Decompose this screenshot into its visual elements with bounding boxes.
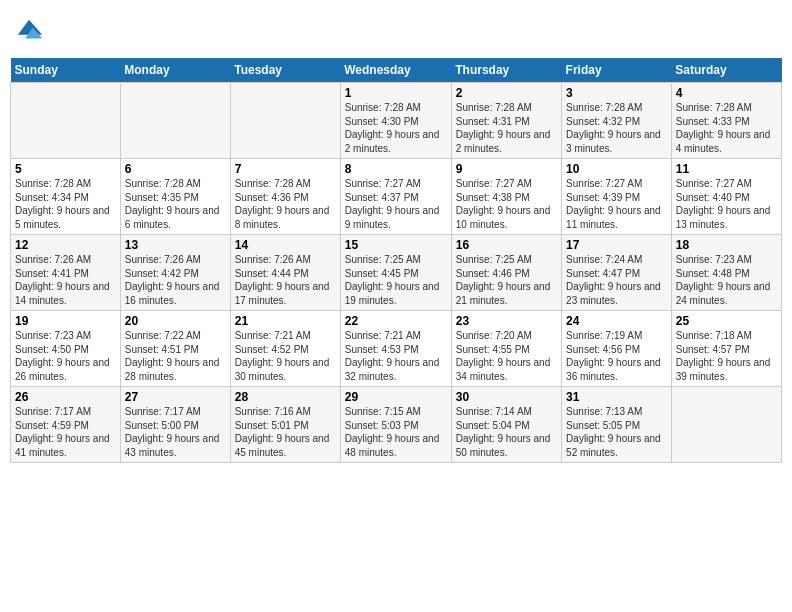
calendar-cell: 26Sunrise: 7:17 AM Sunset: 4:59 PM Dayli… (11, 387, 121, 463)
calendar-cell (671, 387, 781, 463)
day-info: Sunrise: 7:23 AM Sunset: 4:48 PM Dayligh… (676, 253, 777, 307)
header-tuesday: Tuesday (230, 58, 340, 83)
day-info: Sunrise: 7:13 AM Sunset: 5:05 PM Dayligh… (566, 405, 667, 459)
calendar-cell: 9Sunrise: 7:27 AM Sunset: 4:38 PM Daylig… (451, 159, 561, 235)
calendar-cell: 3Sunrise: 7:28 AM Sunset: 4:32 PM Daylig… (562, 83, 672, 159)
calendar-cell: 27Sunrise: 7:17 AM Sunset: 5:00 PM Dayli… (120, 387, 230, 463)
calendar-table: SundayMondayTuesdayWednesdayThursdayFrid… (10, 58, 782, 463)
calendar-cell (230, 83, 340, 159)
day-number: 10 (566, 162, 667, 176)
day-info: Sunrise: 7:17 AM Sunset: 4:59 PM Dayligh… (15, 405, 116, 459)
calendar-cell: 8Sunrise: 7:27 AM Sunset: 4:37 PM Daylig… (340, 159, 451, 235)
calendar-cell: 22Sunrise: 7:21 AM Sunset: 4:53 PM Dayli… (340, 311, 451, 387)
day-number: 1 (345, 86, 447, 100)
day-info: Sunrise: 7:18 AM Sunset: 4:57 PM Dayligh… (676, 329, 777, 383)
calendar-week-row: 1Sunrise: 7:28 AM Sunset: 4:30 PM Daylig… (11, 83, 782, 159)
calendar-cell: 18Sunrise: 7:23 AM Sunset: 4:48 PM Dayli… (671, 235, 781, 311)
calendar-cell: 15Sunrise: 7:25 AM Sunset: 4:45 PM Dayli… (340, 235, 451, 311)
day-info: Sunrise: 7:26 AM Sunset: 4:41 PM Dayligh… (15, 253, 116, 307)
day-info: Sunrise: 7:28 AM Sunset: 4:34 PM Dayligh… (15, 177, 116, 231)
day-number: 3 (566, 86, 667, 100)
day-info: Sunrise: 7:20 AM Sunset: 4:55 PM Dayligh… (456, 329, 557, 383)
day-number: 8 (345, 162, 447, 176)
day-info: Sunrise: 7:26 AM Sunset: 4:42 PM Dayligh… (125, 253, 226, 307)
calendar-header-row: SundayMondayTuesdayWednesdayThursdayFrid… (11, 58, 782, 83)
day-number: 19 (15, 314, 116, 328)
calendar-cell: 6Sunrise: 7:28 AM Sunset: 4:35 PM Daylig… (120, 159, 230, 235)
day-info: Sunrise: 7:28 AM Sunset: 4:32 PM Dayligh… (566, 101, 667, 155)
logo (14, 16, 44, 44)
day-info: Sunrise: 7:15 AM Sunset: 5:03 PM Dayligh… (345, 405, 447, 459)
day-number: 25 (676, 314, 777, 328)
day-number: 16 (456, 238, 557, 252)
calendar-cell: 29Sunrise: 7:15 AM Sunset: 5:03 PM Dayli… (340, 387, 451, 463)
calendar-cell: 12Sunrise: 7:26 AM Sunset: 4:41 PM Dayli… (11, 235, 121, 311)
day-number: 26 (15, 390, 116, 404)
day-number: 27 (125, 390, 226, 404)
day-number: 22 (345, 314, 447, 328)
day-number: 9 (456, 162, 557, 176)
calendar-cell: 31Sunrise: 7:13 AM Sunset: 5:05 PM Dayli… (562, 387, 672, 463)
day-info: Sunrise: 7:28 AM Sunset: 4:35 PM Dayligh… (125, 177, 226, 231)
header-sunday: Sunday (11, 58, 121, 83)
calendar-cell: 20Sunrise: 7:22 AM Sunset: 4:51 PM Dayli… (120, 311, 230, 387)
day-number: 6 (125, 162, 226, 176)
day-info: Sunrise: 7:25 AM Sunset: 4:46 PM Dayligh… (456, 253, 557, 307)
day-info: Sunrise: 7:26 AM Sunset: 4:44 PM Dayligh… (235, 253, 336, 307)
day-info: Sunrise: 7:27 AM Sunset: 4:37 PM Dayligh… (345, 177, 447, 231)
day-number: 21 (235, 314, 336, 328)
day-number: 14 (235, 238, 336, 252)
day-number: 24 (566, 314, 667, 328)
day-number: 15 (345, 238, 447, 252)
calendar-cell: 17Sunrise: 7:24 AM Sunset: 4:47 PM Dayli… (562, 235, 672, 311)
calendar-cell: 10Sunrise: 7:27 AM Sunset: 4:39 PM Dayli… (562, 159, 672, 235)
day-info: Sunrise: 7:28 AM Sunset: 4:36 PM Dayligh… (235, 177, 336, 231)
day-info: Sunrise: 7:19 AM Sunset: 4:56 PM Dayligh… (566, 329, 667, 383)
day-number: 7 (235, 162, 336, 176)
day-number: 18 (676, 238, 777, 252)
day-info: Sunrise: 7:21 AM Sunset: 4:52 PM Dayligh… (235, 329, 336, 383)
day-info: Sunrise: 7:14 AM Sunset: 5:04 PM Dayligh… (456, 405, 557, 459)
header-wednesday: Wednesday (340, 58, 451, 83)
header-thursday: Thursday (451, 58, 561, 83)
calendar-cell: 23Sunrise: 7:20 AM Sunset: 4:55 PM Dayli… (451, 311, 561, 387)
calendar-cell: 30Sunrise: 7:14 AM Sunset: 5:04 PM Dayli… (451, 387, 561, 463)
day-number: 13 (125, 238, 226, 252)
calendar-cell: 4Sunrise: 7:28 AM Sunset: 4:33 PM Daylig… (671, 83, 781, 159)
calendar-cell: 14Sunrise: 7:26 AM Sunset: 4:44 PM Dayli… (230, 235, 340, 311)
calendar-cell: 13Sunrise: 7:26 AM Sunset: 4:42 PM Dayli… (120, 235, 230, 311)
day-info: Sunrise: 7:21 AM Sunset: 4:53 PM Dayligh… (345, 329, 447, 383)
day-info: Sunrise: 7:28 AM Sunset: 4:31 PM Dayligh… (456, 101, 557, 155)
day-number: 31 (566, 390, 667, 404)
header-saturday: Saturday (671, 58, 781, 83)
header-monday: Monday (120, 58, 230, 83)
calendar-cell: 5Sunrise: 7:28 AM Sunset: 4:34 PM Daylig… (11, 159, 121, 235)
day-number: 4 (676, 86, 777, 100)
page-header (10, 10, 782, 50)
calendar-week-row: 26Sunrise: 7:17 AM Sunset: 4:59 PM Dayli… (11, 387, 782, 463)
day-number: 12 (15, 238, 116, 252)
day-number: 2 (456, 86, 557, 100)
header-friday: Friday (562, 58, 672, 83)
calendar-week-row: 5Sunrise: 7:28 AM Sunset: 4:34 PM Daylig… (11, 159, 782, 235)
calendar-cell: 11Sunrise: 7:27 AM Sunset: 4:40 PM Dayli… (671, 159, 781, 235)
day-number: 11 (676, 162, 777, 176)
day-info: Sunrise: 7:16 AM Sunset: 5:01 PM Dayligh… (235, 405, 336, 459)
day-info: Sunrise: 7:25 AM Sunset: 4:45 PM Dayligh… (345, 253, 447, 307)
calendar-cell: 28Sunrise: 7:16 AM Sunset: 5:01 PM Dayli… (230, 387, 340, 463)
calendar-cell: 1Sunrise: 7:28 AM Sunset: 4:30 PM Daylig… (340, 83, 451, 159)
calendar-cell (11, 83, 121, 159)
calendar-cell: 25Sunrise: 7:18 AM Sunset: 4:57 PM Dayli… (671, 311, 781, 387)
day-info: Sunrise: 7:27 AM Sunset: 4:38 PM Dayligh… (456, 177, 557, 231)
calendar-week-row: 19Sunrise: 7:23 AM Sunset: 4:50 PM Dayli… (11, 311, 782, 387)
calendar-cell: 2Sunrise: 7:28 AM Sunset: 4:31 PM Daylig… (451, 83, 561, 159)
calendar-cell (120, 83, 230, 159)
day-number: 23 (456, 314, 557, 328)
calendar-cell: 24Sunrise: 7:19 AM Sunset: 4:56 PM Dayli… (562, 311, 672, 387)
day-info: Sunrise: 7:28 AM Sunset: 4:30 PM Dayligh… (345, 101, 447, 155)
day-number: 30 (456, 390, 557, 404)
calendar-cell: 19Sunrise: 7:23 AM Sunset: 4:50 PM Dayli… (11, 311, 121, 387)
calendar-week-row: 12Sunrise: 7:26 AM Sunset: 4:41 PM Dayli… (11, 235, 782, 311)
calendar-cell: 7Sunrise: 7:28 AM Sunset: 4:36 PM Daylig… (230, 159, 340, 235)
day-info: Sunrise: 7:27 AM Sunset: 4:39 PM Dayligh… (566, 177, 667, 231)
